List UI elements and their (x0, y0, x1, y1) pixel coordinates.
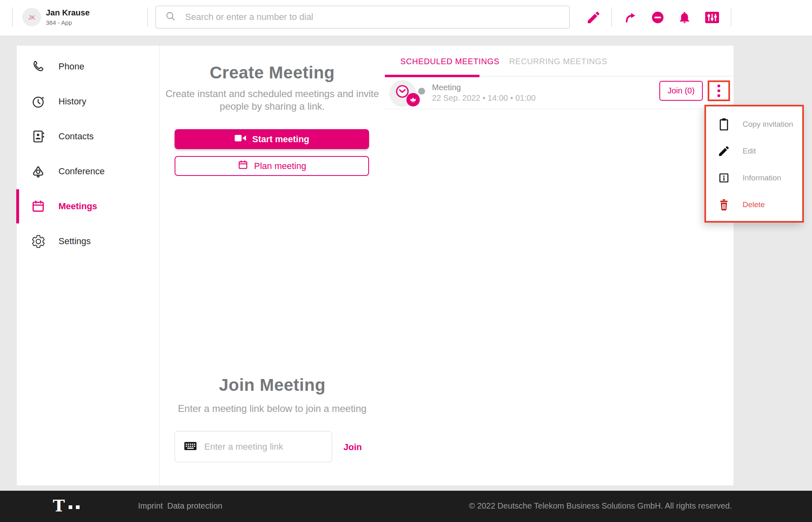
meeting-title: Meeting (432, 83, 461, 92)
data-protection-link[interactable]: Data protection (167, 501, 222, 511)
sliders-icon (705, 11, 719, 26)
contacts-icon (30, 129, 46, 144)
active-tab-underline (385, 75, 479, 77)
keyboard-icon (184, 442, 197, 452)
plan-meeting-button[interactable]: Plan meeting (175, 156, 369, 176)
forward-call-button[interactable] (620, 0, 642, 36)
menu-item-information[interactable]: Information (706, 165, 802, 191)
status-dot (418, 88, 425, 95)
audio-settings-button[interactable] (701, 0, 723, 36)
divider (12, 7, 13, 27)
sidebar-item-settings[interactable]: Settings (17, 224, 159, 259)
meetings-list-panel: SCHEDULED MEETINGS RECURRING MEETINGS (385, 45, 734, 485)
sidebar-item-contacts[interactable]: Contacts (17, 119, 159, 154)
logo-dot (69, 505, 72, 509)
pencil-icon (586, 10, 601, 27)
main-content: Phone History Contacts (16, 45, 734, 486)
sidebar-item-conference[interactable]: Conference (17, 154, 159, 189)
divider (731, 7, 731, 27)
info-icon (717, 171, 731, 184)
create-meeting-panel: Create Meeting Create instant and schedu… (160, 45, 384, 485)
calendar-icon (238, 159, 248, 173)
user-avatar[interactable]: JK (22, 8, 41, 26)
meeting-row[interactable]: Meeting 22 Sep. 2022 • 14:00 • 01:00 Joi… (385, 78, 734, 109)
meeting-link-box (175, 431, 332, 462)
sidebar-item-meetings[interactable]: Meetings (17, 189, 159, 224)
kebab-dot (717, 84, 720, 87)
tab-scheduled-meetings[interactable]: SCHEDULED MEETINGS (400, 57, 499, 66)
create-meeting-subtitle-2: people by sharing a link. (220, 101, 325, 112)
search-icon (165, 11, 176, 24)
start-meeting-button[interactable]: Start meeting (175, 129, 369, 149)
forward-arrow-icon (624, 10, 638, 26)
trash-icon (717, 198, 731, 212)
user-info: Jan Krause 384 - App (46, 8, 90, 26)
kebab-dot (717, 94, 720, 97)
search-input[interactable] (185, 12, 551, 22)
join-count-button[interactable]: Join (0) (659, 81, 703, 101)
divider (147, 7, 148, 27)
meeting-options-kebab-button[interactable] (708, 80, 730, 101)
menu-item-copy-invitation[interactable]: Copy invitation (706, 111, 802, 138)
start-meeting-label: Start meeting (252, 134, 309, 145)
video-camera-icon (234, 134, 246, 145)
menu-item-edit[interactable]: Edit (706, 138, 802, 165)
plan-meeting-label: Plan meeting (254, 161, 306, 171)
meeting-datetime: 22 Sep. 2022 • 14:00 • 01:00 (432, 93, 536, 103)
sidebar-item-label: Phone (58, 61, 84, 72)
history-icon (30, 94, 46, 109)
copyright-text: © 2022 Deutsche Telekom Business Solutio… (469, 501, 732, 511)
meeting-link-input[interactable] (204, 442, 318, 452)
menu-item-label: Copy invitation (743, 120, 793, 129)
gear-icon (30, 234, 46, 249)
sidebar-item-label: Conference (58, 166, 105, 177)
user-name: Jan Krause (46, 8, 90, 17)
clipboard-icon (717, 117, 731, 131)
telekom-logo: T (53, 498, 80, 514)
sidebar-item-label: History (58, 96, 86, 107)
menu-item-label: Delete (743, 200, 765, 209)
menu-item-label: Information (743, 173, 781, 182)
tab-recurring-meetings[interactable]: RECURRING MEETINGS (509, 57, 607, 66)
user-extension: 384 - App (46, 19, 90, 26)
divider (611, 7, 612, 27)
telekom-t-letter: T (53, 498, 65, 514)
phone-icon (30, 59, 46, 74)
meeting-context-menu: Copy invitation Edit Information (704, 105, 804, 223)
create-meeting-title: Create Meeting (160, 63, 384, 82)
sidebar-item-phone[interactable]: Phone (17, 49, 159, 84)
join-meeting-button[interactable]: Join (343, 442, 362, 453)
logo-dot (76, 505, 80, 509)
top-bar: JK Jan Krause 384 - App (0, 0, 812, 36)
menu-item-delete[interactable]: Delete (706, 191, 802, 218)
compose-button[interactable] (582, 0, 605, 36)
join-meeting-subtitle: Enter a meeting link below to join a mee… (160, 402, 384, 415)
do-not-disturb-button[interactable] (646, 0, 669, 36)
dnd-icon (651, 11, 665, 26)
menu-item-label: Edit (743, 147, 756, 156)
sidebar-item-history[interactable]: History (17, 84, 159, 119)
bell-icon (678, 11, 691, 26)
sidebar-item-label: Meetings (58, 201, 97, 212)
edit-pencil-icon (717, 145, 731, 158)
search-bar (155, 6, 570, 28)
sidebar: Phone History Contacts (17, 45, 160, 485)
footer: T Imprint Data protection © 2022 Deutsch… (0, 491, 812, 522)
conference-phone-icon (30, 164, 46, 179)
meeting-avatar (389, 80, 416, 107)
tab-divider-line (479, 76, 734, 76)
calendar-icon (30, 199, 46, 214)
imprint-link[interactable]: Imprint (138, 501, 163, 511)
sidebar-item-label: Contacts (58, 131, 94, 142)
avatar-initials: JK (28, 14, 35, 21)
create-meeting-subtitle: Create instant and scheduled meetings an… (166, 88, 379, 99)
kebab-dot (717, 89, 720, 92)
organizer-crown-icon (406, 93, 420, 106)
join-meeting-title: Join Meeting (160, 375, 384, 395)
notifications-button[interactable] (673, 0, 696, 36)
sidebar-item-label: Settings (58, 236, 91, 247)
